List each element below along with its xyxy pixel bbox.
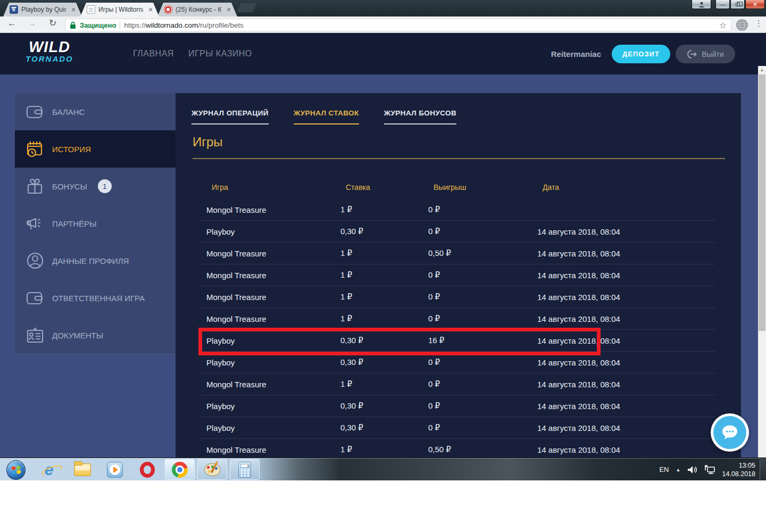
speaker-icon[interactable] xyxy=(687,466,697,474)
cell-win: 0 ₽ xyxy=(428,205,537,214)
cell-date: 14 августа 2018, 08:04 xyxy=(537,314,715,323)
browser-tab-wildtornado[interactable]: Игры | Wildtornado.com × xyxy=(80,3,159,16)
restore-button[interactable] xyxy=(730,0,745,9)
logo-bottom-text: TORNADO xyxy=(20,55,79,63)
column-header-date: Дата xyxy=(537,183,715,192)
site-viewport: WILD TORNADO ГЛАВНАЯ ИГРЫ КАЗИНО Reiterm… xyxy=(0,33,766,458)
cell-win: 0 ₽ xyxy=(428,227,537,236)
journal-tabs: ЖУРНАЛ ОПЕРАЦИЙ ЖУРНАЛ СТАВОК ЖУРНАЛ БОН… xyxy=(192,109,456,124)
sidebar-item-bonuses[interactable]: БОНУСЫ 1 xyxy=(15,168,176,205)
tab-title: (25) Конкурс - Конкурс с xyxy=(176,6,221,13)
tornado-favicon-icon xyxy=(10,5,18,14)
tab-operations-journal[interactable]: ЖУРНАЛ ОПЕРАЦИЙ xyxy=(192,109,269,124)
cell-game: Mongol Treasure xyxy=(201,249,340,258)
forward-button[interactable]: → xyxy=(28,18,37,29)
show-desktop-button[interactable] xyxy=(760,458,766,481)
language-indicator[interactable]: EN xyxy=(659,466,669,473)
cell-game: Mongol Treasure xyxy=(201,314,340,323)
nav-item-casino-games[interactable]: ИГРЫ КАЗИНО xyxy=(188,49,252,59)
tab-close-icon[interactable]: × xyxy=(69,6,78,13)
chat-bubble-icon xyxy=(720,424,739,441)
system-tray: EN ▲ 13:05 14.08.2018 xyxy=(659,458,755,481)
logout-button[interactable]: Выйти xyxy=(676,45,735,63)
cell-stake: 1 ₽ xyxy=(340,445,428,454)
back-button[interactable]: ← xyxy=(7,18,16,29)
tab-bets-journal[interactable]: ЖУРНАЛ СТАВОК xyxy=(294,109,359,124)
taskbar-calculator-button[interactable]: 0 xyxy=(230,459,260,480)
history-calendar-icon xyxy=(26,140,45,157)
windows-start-icon xyxy=(6,460,26,480)
sidebar-item-label: ДОКУМЕНТЫ xyxy=(52,331,103,340)
calculator-icon: 0 xyxy=(238,462,251,478)
start-button[interactable] xyxy=(6,460,26,479)
sidebar-item-label: ОТВЕТСТВЕННАЯ ИГРА xyxy=(52,294,145,303)
table-row: Mongol Treasure 1 ₽ 0 ₽ 14 августа 2018,… xyxy=(201,264,715,286)
bookmark-star-icon[interactable]: ☆ xyxy=(719,20,727,30)
close-button[interactable]: ✕ xyxy=(745,0,765,9)
reload-button[interactable]: ↻ xyxy=(49,18,56,29)
cell-date: 14 августа 2018, 08:04 xyxy=(537,293,715,302)
username[interactable]: Reitermaniac xyxy=(551,33,601,74)
live-chat-button[interactable] xyxy=(711,413,749,452)
scroll-up-icon[interactable]: ▲ xyxy=(758,66,766,74)
cell-date: 14 августа 2018, 08:04 xyxy=(537,227,715,236)
page-scrollbar[interactable]: ▲ ▼ xyxy=(758,66,766,458)
tab-bonuses-journal[interactable]: ЖУРНАЛ БОНУСОВ xyxy=(384,109,456,124)
cell-stake: 1 ₽ xyxy=(340,314,428,323)
taskbar-opera-button[interactable] xyxy=(138,460,157,479)
page-favicon-icon xyxy=(87,5,95,14)
taskbar-media-player-button[interactable] xyxy=(105,460,124,479)
url-text: https://wildtornado.com/ru/profile/bets xyxy=(124,21,243,29)
cell-date: 14 августа 2018, 08:04 xyxy=(537,380,715,389)
roulette-favicon-icon xyxy=(164,5,172,14)
hidden-icons-arrow-icon[interactable]: ▲ xyxy=(676,467,681,472)
network-icon[interactable] xyxy=(704,465,715,475)
scrollbar-thumb[interactable] xyxy=(759,74,765,331)
restore-icon xyxy=(736,3,740,6)
sidebar-item-label: БАЛАНС xyxy=(52,107,85,117)
tab-close-icon[interactable]: × xyxy=(224,6,233,13)
tab-close-icon[interactable]: × xyxy=(146,6,155,13)
cell-date: 14 августа 2018, 08:04 xyxy=(537,423,715,433)
sidebar-item-profile-data[interactable]: ДАННЫЕ ПРОФИЛЯ xyxy=(15,242,176,279)
sidebar-item-balance[interactable]: БАЛАНС xyxy=(15,93,176,130)
taskbar-paint-button[interactable] xyxy=(197,459,227,480)
taskbar-explorer-button[interactable] xyxy=(73,460,92,479)
sidebar-item-documents[interactable]: ДОКУМЕНТЫ xyxy=(15,317,176,354)
cell-date: 14 августа 2018, 08:04 xyxy=(537,445,715,454)
taskbar-clock[interactable]: 13:05 14.08.2018 xyxy=(722,461,755,478)
browser-menu-icon[interactable]: ⋮ xyxy=(755,19,763,28)
table-row: Mongol Treasure 1 ₽ 0 ₽ 14 августа 2018,… xyxy=(201,308,715,330)
cell-date: 14 августа 2018, 08:04 xyxy=(537,271,715,280)
cell-stake: 1 ₽ xyxy=(340,270,428,280)
browser-avatar-globe-icon[interactable] xyxy=(736,19,748,31)
browser-tab-konkurs[interactable]: (25) Конкурс - Конкурс с × xyxy=(157,3,237,16)
sidebar-item-partners[interactable]: ПАРТНЁРЫ xyxy=(15,205,176,242)
nav-item-home[interactable]: ГЛАВНАЯ xyxy=(133,49,174,59)
folder-icon xyxy=(74,463,91,476)
cell-game: Mongol Treasure xyxy=(201,205,340,214)
taskbar-chrome-button[interactable] xyxy=(165,459,195,480)
table-row: Mongol Treasure 1 ₽ 0,50 ₽ 14 августа 20… xyxy=(201,243,715,264)
wildtornado-logo[interactable]: WILD TORNADO xyxy=(20,39,79,63)
browser-tab-playboy[interactable]: Playboy by Quickfire Play × xyxy=(3,3,82,16)
gift-icon xyxy=(26,178,45,195)
cell-win: 0 ₽ xyxy=(428,314,537,323)
sidebar-item-responsible-gaming[interactable]: ОТВЕТСТВЕННАЯ ИГРА xyxy=(15,279,176,317)
sidebar-item-history[interactable]: ИСТОРИЯ xyxy=(15,130,176,168)
minimize-button[interactable]: — xyxy=(715,0,730,9)
logout-icon xyxy=(687,49,697,59)
taskbar-internet-explorer-button[interactable]: e xyxy=(39,460,59,479)
table-row: Playboy 0,30 ₽ 0 ₽ 14 августа 2018, 08:0… xyxy=(201,221,715,243)
profile-person-button[interactable] xyxy=(692,0,711,9)
table-row: Mongol Treasure 1 ₽ 0 ₽ 14 августа 2018,… xyxy=(201,373,715,395)
new-tab-button[interactable] xyxy=(237,3,257,12)
cell-game: Mongol Treasure xyxy=(201,445,340,454)
window-controls: — ✕ xyxy=(692,0,765,9)
opera-icon xyxy=(140,462,155,478)
deposit-button[interactable]: ДЕПОЗИТ xyxy=(612,45,670,63)
address-bar[interactable]: Защищено https://wildtornado.com/ru/prof… xyxy=(65,19,731,31)
logo-top-text: WILD xyxy=(20,39,79,55)
paint-icon xyxy=(204,463,220,476)
cell-win: 0,50 ₽ xyxy=(428,248,537,258)
